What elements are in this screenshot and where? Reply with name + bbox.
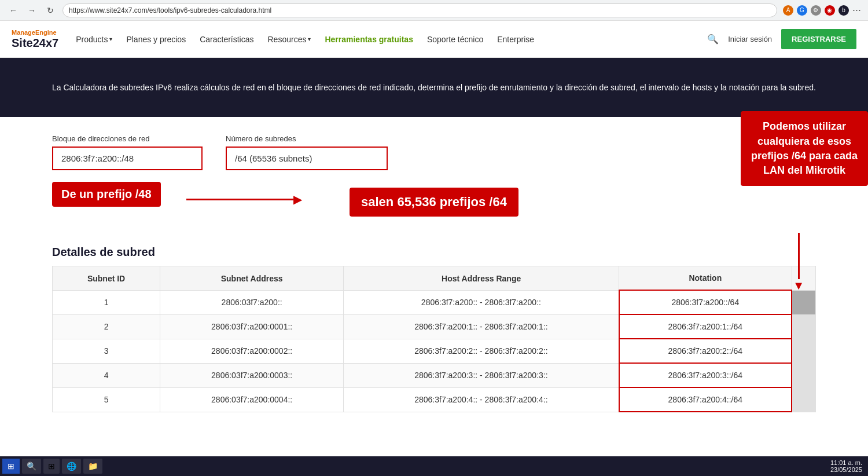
table-row: 42806:03f7:a200:0003::2806:3f7:a200:3:: …: [53, 363, 816, 387]
table-section: Detalles de subred Subnet ID Subnet Addr…: [29, 246, 839, 424]
cell-notation: 2806:3f7:a200:4::/64: [619, 387, 792, 412]
ext-icon-3: ⚙: [811, 5, 821, 16]
login-button[interactable]: Iniciar sesión: [728, 35, 772, 44]
scroll-cell: [792, 363, 816, 387]
annotation-center-box: salen 65,536 prefijos /64: [350, 188, 518, 217]
register-button[interactable]: REGISTRARSE: [781, 29, 856, 49]
col-header-id: Subnet ID: [53, 266, 160, 291]
arrow-down-indicator: ▼: [793, 233, 804, 292]
cell-id: 5: [53, 387, 160, 412]
nav-products[interactable]: Products ▾: [76, 35, 112, 44]
table-row: 52806:03f7:a200:0004::2806:3f7:a200:4:: …: [53, 387, 816, 412]
subnet-table: Subnet ID Subnet Address Host Address Ra…: [52, 266, 816, 412]
forward-button[interactable]: →: [25, 4, 38, 17]
nav-items: Products ▾ Planes y precios Característi…: [76, 35, 690, 44]
subnets-input-group: Número de subredes: [226, 134, 388, 170]
ext-icon-1: A: [783, 5, 793, 16]
cell-address: 2806:03f7:a200:0004::: [160, 387, 344, 412]
cell-notation: 2806:3f7:a200:3::/64: [619, 363, 792, 387]
calculator-section: Bloque de direcciones de red Número de s…: [29, 117, 839, 246]
arrow-left-to-center: ▶: [186, 192, 302, 206]
more-button[interactable]: ···: [852, 4, 861, 16]
cell-id: 3: [53, 339, 160, 363]
logo-site24x7: Site24x7: [12, 36, 58, 49]
cell-address: 2806:03f7:a200:0003::: [160, 363, 344, 387]
scroll-cell: [792, 314, 816, 339]
browser-icons: A G ⚙ ◉ b ···: [783, 4, 861, 16]
cell-address: 2806:03f7:a200:0001::: [160, 314, 344, 339]
block-input[interactable]: [52, 147, 203, 170]
input-row: Bloque de direcciones de red Número de s…: [52, 134, 816, 170]
search-icon[interactable]: 🔍: [707, 34, 719, 45]
subnets-input[interactable]: [226, 147, 388, 170]
cell-range: 2806:3f7:a200:4:: - 2806:3f7:a200:4::: [344, 387, 619, 412]
hero-description: La Calculadora de subredes IPv6 realiza …: [12, 81, 856, 94]
nav-right: 🔍 Iniciar sesión REGISTRARSE: [707, 29, 856, 49]
col-header-notation: Notation: [619, 266, 792, 291]
table-header-row: Subnet ID Subnet Address Host Address Ra…: [53, 266, 816, 291]
reload-button[interactable]: ↻: [44, 4, 57, 17]
annotation-area: De un prefijo /48 ▶ salen 65,536 prefijo…: [52, 182, 816, 228]
ext-icon-4: ◉: [825, 5, 835, 16]
cell-notation: 2806:3f7:a200::/64: [619, 290, 792, 314]
block-input-group: Bloque de direcciones de red: [52, 134, 203, 170]
ext-icon-5: b: [838, 5, 849, 16]
cell-notation: 2806:3f7:a200:1::/64: [619, 314, 792, 339]
table-body: 12806:03f7:a200::2806:3f7:a200:: - 2806:…: [53, 290, 816, 412]
cell-range: 2806:3f7:a200:: - 2806:3f7:a200::: [344, 290, 619, 314]
url-bar[interactable]: [62, 3, 777, 17]
table-row: 22806:03f7:a200:0001::2806:3f7:a200:1:: …: [53, 314, 816, 339]
nav-planes[interactable]: Planes y precios: [126, 35, 186, 44]
cell-id: 2: [53, 314, 160, 339]
ext-icon-2: G: [797, 5, 807, 16]
hero-section: La Calculadora de subredes IPv6 realiza …: [0, 58, 868, 117]
logo-manage-engine: ManageEngine: [12, 29, 58, 36]
cell-notation: 2806:3f7:a200:2::/64: [619, 339, 792, 363]
nav-resources[interactable]: Resources ▾: [268, 35, 311, 44]
scroll-cell: [792, 387, 816, 412]
cell-range: 2806:3f7:a200:2:: - 2806:3f7:a200:2::: [344, 339, 619, 363]
table-row: 12806:03f7:a200::2806:3f7:a200:: - 2806:…: [53, 290, 816, 314]
nav-soporte[interactable]: Soporte técnico: [427, 35, 483, 44]
logo[interactable]: ManageEngine Site24x7: [12, 29, 58, 49]
products-chevron-icon: ▾: [109, 36, 112, 42]
cell-range: 2806:3f7:a200:3:: - 2806:3f7:a200:3::: [344, 363, 619, 387]
table-row: 32806:03f7:a200:0002::2806:3f7:a200:2:: …: [53, 339, 816, 363]
block-label: Bloque de direcciones de red: [52, 134, 203, 143]
scroll-cell: [792, 339, 816, 363]
scroll-cell: [792, 290, 816, 314]
cell-address: 2806:03f7:a200:0002::: [160, 339, 344, 363]
table-title: Detalles de subred: [52, 246, 816, 259]
subnets-label: Número de subredes: [226, 134, 388, 143]
cell-address: 2806:03f7:a200::: [160, 290, 344, 314]
annotation-left-box: De un prefijo /48: [52, 182, 161, 207]
col-header-range: Host Address Range: [344, 266, 619, 291]
nav-enterprise[interactable]: Enterprise: [497, 35, 534, 44]
annotation-right-box: Podemos utilizar cualquiera de esos pref…: [741, 111, 868, 186]
cell-range: 2806:3f7:a200:1:: - 2806:3f7:a200:1::: [344, 314, 619, 339]
col-header-address: Subnet Address: [160, 266, 344, 291]
cell-id: 1: [53, 290, 160, 314]
resources-chevron-icon: ▾: [308, 36, 311, 42]
browser-bar: ← → ↻ A G ⚙ ◉ b ···: [0, 0, 868, 21]
back-button[interactable]: ←: [7, 4, 20, 17]
site-navigation: ManageEngine Site24x7 Products ▾ Planes …: [0, 21, 868, 58]
nav-caracteristicas[interactable]: Características: [200, 35, 253, 44]
cell-id: 4: [53, 363, 160, 387]
nav-herramientas[interactable]: Herramientas gratuitas: [325, 35, 413, 44]
